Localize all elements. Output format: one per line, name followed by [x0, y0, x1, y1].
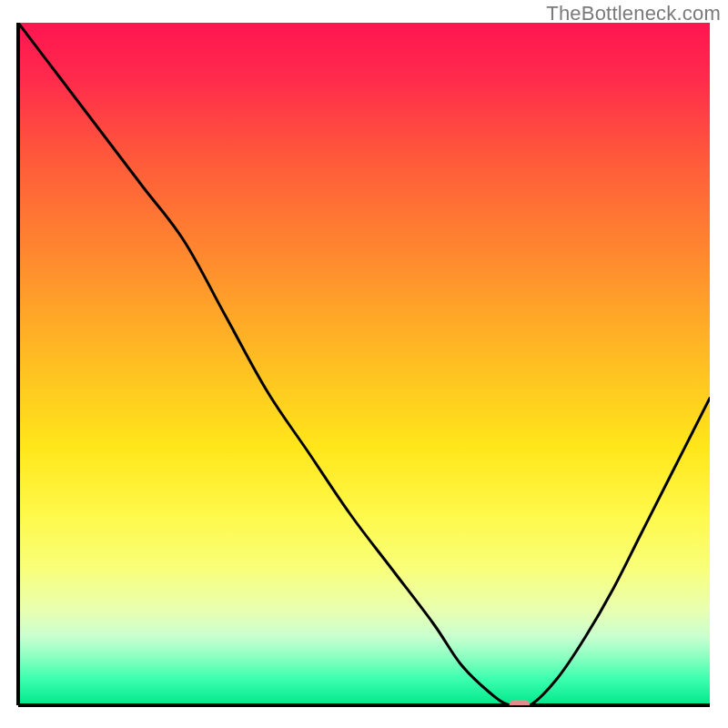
optimum-marker — [510, 700, 531, 711]
bottleneck-chart: TheBottleneck.com — [0, 0, 728, 728]
watermark-text: TheBottleneck.com — [546, 2, 721, 25]
chart-svg — [0, 0, 728, 728]
